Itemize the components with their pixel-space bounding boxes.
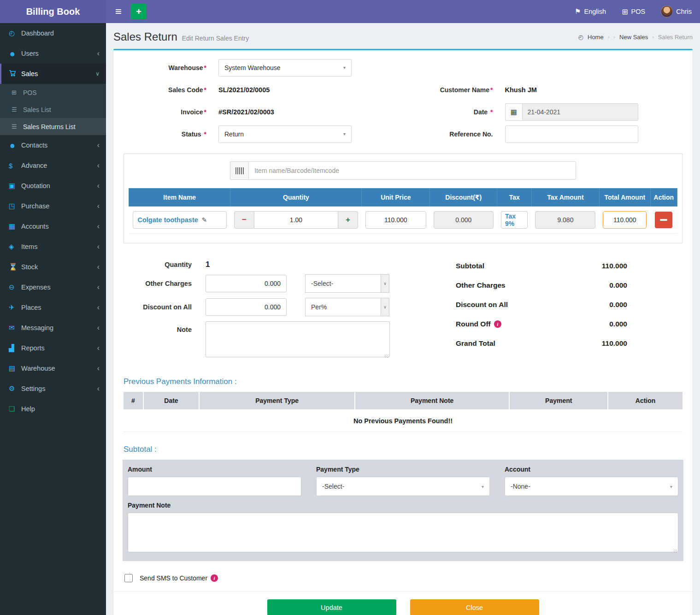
discount-on-all-select[interactable]: Per% (305, 298, 389, 316)
page-subtitle: Edit Return Sales Entry (182, 35, 249, 42)
quantity-decrease-button[interactable]: − (234, 211, 254, 229)
payment-note-label: Payment Note (128, 502, 678, 509)
col-pay-action: Action (608, 392, 683, 410)
sidebar-item-label: Accounts (21, 223, 49, 230)
unit-price-input[interactable] (365, 211, 426, 229)
chevron-left-icon: ‹ (97, 303, 100, 312)
note-textarea[interactable] (206, 321, 390, 357)
sidebar-item-pos[interactable]: ⊞ POS (0, 84, 106, 101)
items-table: Item Name Quantity Unit Price Discount(₹… (129, 188, 677, 234)
col-hash: # (123, 392, 143, 410)
update-button[interactable]: Update (267, 599, 396, 615)
sidebar-item-label: Quotation (21, 182, 50, 189)
sidebar-item-accounts[interactable]: ▦ Accounts ‹ (0, 216, 106, 237)
col-payment: Payment (509, 392, 608, 410)
account-select[interactable]: -None- ▾ (505, 477, 678, 496)
user-avatar (661, 6, 673, 18)
item-search-group (230, 161, 576, 180)
send-sms-checkbox[interactable] (124, 574, 133, 582)
envelope-icon: ✉ (9, 324, 21, 332)
breadcrumb-home[interactable]: Home (588, 34, 604, 41)
remove-row-button[interactable] (655, 212, 672, 228)
sidebar-item-advance[interactable]: $ Advance ‹ (0, 155, 106, 176)
sidebar-item-label: Purchase (21, 202, 49, 210)
item-search-input[interactable] (248, 161, 576, 180)
warehouse-label: Warehouse* (128, 64, 206, 71)
sidebar-item-users[interactable]: ☻ Users ‹ (0, 43, 106, 64)
app-logo[interactable]: Billing Book (0, 0, 106, 23)
discount-on-all-input[interactable] (206, 298, 287, 316)
totals-panel: Subtotal 110.000 Other Charges 0.000 Dis… (456, 262, 627, 364)
round-off-value: 0.000 (609, 320, 627, 328)
summary-left: Quantity 1 Other Charges -Select- Discou… (123, 260, 390, 364)
sidebar-item-sales-returns-list[interactable]: ☰ Sales Returns List (0, 118, 106, 135)
breadcrumb-separator: › (608, 34, 610, 40)
info-icon[interactable]: i (494, 320, 501, 328)
amount-input[interactable] (128, 477, 301, 496)
account-label: Account (505, 466, 678, 473)
purchase-box-icon: ◳ (9, 202, 21, 210)
other-charges-select[interactable]: -Select- (305, 274, 389, 293)
caret-down-icon: ▾ (670, 484, 672, 489)
calendar-icon: ▦ (505, 103, 523, 121)
sales-code-label: Sales Code* (128, 86, 206, 94)
payment-type-label: Payment Type (316, 466, 490, 473)
sidebar-item-warehouse[interactable]: ▤ Warehouse ‹ (0, 358, 106, 378)
help-book-icon: ❏ (9, 405, 21, 413)
warehouse-select[interactable]: System Warehouse ▾ (218, 59, 352, 77)
items-panel: Item Name Quantity Unit Price Discount(₹… (124, 154, 682, 243)
sidebar-item-sales-list[interactable]: ☰ Sales List (0, 101, 106, 118)
pos-shortcut[interactable]: ⊞ POS (622, 7, 645, 16)
sidebar-item-label: Warehouse (21, 365, 55, 372)
main-content: Sales Return Edit Return Sales Entry ◴ H… (106, 23, 700, 615)
other-charges-total-label: Other Charges (456, 281, 506, 290)
item-name-link[interactable]: Colgate toothpaste ✎ (133, 211, 227, 229)
sidebar-item-dashboard[interactable]: ◴ Dashboard (0, 23, 106, 43)
reference-no-input[interactable] (505, 125, 638, 143)
breadcrumb-new-sales[interactable]: New Sales (619, 34, 648, 41)
chevron-left-icon: ‹ (97, 161, 100, 170)
info-icon[interactable]: i (211, 574, 218, 582)
sidebar-item-settings[interactable]: ⚙ Settings ‹ (0, 378, 106, 399)
sidebar-item-quotation[interactable]: ▣ Quotation ‹ (0, 176, 106, 196)
sidebar-item-contacts[interactable]: ☻ Contacts ‹ (0, 135, 106, 155)
sidebar-item-sales[interactable]: Sales ∨ (0, 64, 106, 84)
col-tax: Tax (497, 189, 532, 207)
chevron-left-icon: ‹ (97, 49, 100, 58)
other-charges-input[interactable] (206, 275, 287, 292)
edit-icon: ✎ (202, 216, 207, 224)
sidebar-item-expenses[interactable]: ⊖ Expenses ‹ (0, 277, 106, 297)
payment-note-textarea[interactable] (128, 513, 678, 552)
sidebar-toggle-icon[interactable]: ≡ (110, 0, 127, 23)
sidebar-item-messaging[interactable]: ✉ Messaging ‹ (0, 318, 106, 338)
pos-plus-icon: ⊞ (622, 7, 628, 16)
quick-add-button[interactable]: + (131, 4, 147, 19)
sidebar-item-help[interactable]: ❏ Help (0, 399, 106, 419)
sidebar-item-purchase[interactable]: ◳ Purchase ‹ (0, 196, 106, 216)
sidebar-item-reports[interactable]: ▟ Reports ‹ (0, 338, 106, 358)
customer-name-label: Customer Name* (415, 86, 493, 94)
date-input[interactable] (522, 103, 638, 121)
sidebar-item-stock[interactable]: ⌛ Stock ‹ (0, 257, 106, 277)
total-amount-input[interactable] (603, 211, 647, 229)
status-select[interactable]: Return ▾ (218, 125, 352, 143)
gear-icon: ⚙ (9, 384, 21, 393)
close-button[interactable]: Close (410, 599, 539, 615)
sidebar-item-label: Advance (21, 162, 47, 169)
user-menu[interactable]: Chris (661, 6, 692, 18)
chevron-left-icon: ‹ (97, 283, 100, 291)
sidebar-item-places[interactable]: ✈ Places ‹ (0, 297, 106, 318)
discount-input[interactable] (434, 211, 494, 229)
tax-link[interactable]: Tax 9% (501, 211, 528, 229)
quantity-input[interactable] (254, 211, 338, 229)
sidebar-item-label: Reports (21, 344, 45, 352)
quantity-increase-button[interactable]: + (338, 211, 358, 229)
accounts-grid-icon: ▦ (9, 222, 21, 231)
chevron-left-icon: ‹ (97, 182, 100, 190)
language-menu[interactable]: ⚑ English (575, 7, 606, 16)
payment-type-select[interactable]: -Select- ▾ (316, 477, 490, 496)
sidebar-item-label: Messaging (21, 324, 53, 331)
minus-circle-icon: ⊖ (9, 283, 21, 291)
tax-amount-input[interactable] (535, 211, 595, 229)
sidebar-item-items[interactable]: ◈ Items ‹ (0, 237, 106, 257)
